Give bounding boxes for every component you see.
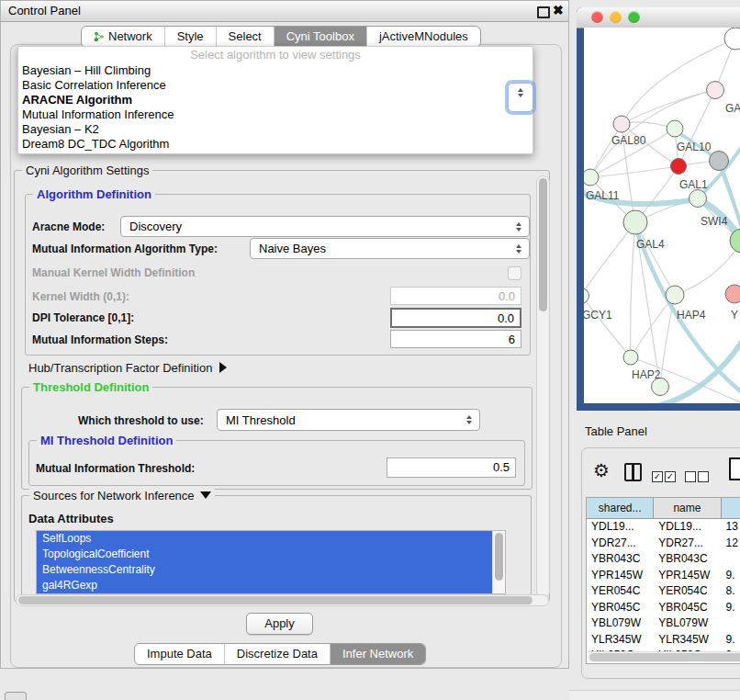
settings-vertical-scrollbar[interactable] bbox=[536, 175, 550, 598]
attribute-item-betweennesscentrality[interactable]: BetweennessCentrality bbox=[37, 562, 493, 578]
network-node-gal[interactable] bbox=[707, 82, 724, 99]
column-header-a[interactable]: A bbox=[722, 498, 740, 518]
table-row-ybr045c[interactable]: YBR045CYBR045C9. bbox=[587, 600, 740, 616]
manual-kernel-width-checkbox[interactable] bbox=[508, 266, 521, 280]
algorithm-option-bayesian-k2[interactable]: Bayesian – K2 bbox=[18, 122, 533, 137]
aracne-mode-value: Discovery bbox=[121, 220, 512, 233]
table-cell: YBR043C bbox=[587, 551, 654, 568]
network-node-y[interactable] bbox=[725, 285, 740, 303]
network-canvas[interactable]: GALGAL80GAL10GAL1GAL11SWI4GAL4GCY1HAP4YH… bbox=[584, 28, 740, 403]
network-node-gal4[interactable] bbox=[623, 210, 647, 234]
network-node-swi4[interactable] bbox=[690, 190, 707, 208]
algorithm-option-bayesian-hill-climbing[interactable]: Bayesian – Hill Climbing bbox=[18, 63, 533, 78]
sources-title-label: Sources for Network Inference bbox=[33, 489, 195, 502]
split-columns-icon[interactable] bbox=[624, 463, 642, 481]
node-label-swi4: SWI4 bbox=[701, 215, 728, 228]
table-cell: YBR045C bbox=[587, 600, 654, 616]
tab-infer-network[interactable]: Infer Network bbox=[330, 644, 425, 664]
attribute-item-gal4rgexp[interactable]: gal4RGexp bbox=[37, 578, 493, 593]
attributes-list-scrollbar[interactable] bbox=[492, 531, 505, 593]
zoom-traffic-light-icon[interactable] bbox=[628, 11, 640, 23]
network-node-gcy1[interactable] bbox=[584, 288, 589, 304]
close-traffic-light-icon[interactable] bbox=[591, 11, 603, 23]
settings-vertical-scrollbar-thumb[interactable] bbox=[539, 178, 547, 311]
table-cell: 9. bbox=[722, 568, 740, 584]
settings-horizontal-scrollbar[interactable] bbox=[16, 594, 549, 606]
tab-style[interactable]: Style bbox=[164, 27, 216, 47]
dpi-tolerance-field[interactable]: 0.0 bbox=[390, 308, 521, 328]
table-row-ylr345w[interactable]: YLR345WYLR345W9. bbox=[587, 632, 740, 649]
hub-tf-definition-expander[interactable]: Hub/Transcription Factor Definition bbox=[28, 361, 227, 375]
table-horizontal-scrollbar[interactable] bbox=[588, 651, 740, 662]
network-edges-teal bbox=[584, 130, 740, 403]
attribute-item-selfloops[interactable]: SelfLoops bbox=[37, 531, 493, 547]
algorithm-select-popup: Select algorithm to view settings Bayesi… bbox=[17, 46, 533, 154]
table-cell: YPR145W bbox=[654, 568, 721, 584]
table-cell bbox=[722, 551, 740, 568]
algorithm-option-dream8-dc-tdc-algorithm[interactable]: Dream8 DC_TDC Algorithm bbox=[18, 137, 533, 152]
kernel-width-field[interactable]: 0.0 bbox=[390, 287, 521, 305]
network-node-gal80[interactable] bbox=[613, 116, 630, 132]
aracne-mode-select[interactable]: Discovery bbox=[120, 216, 530, 237]
tab-jactivemnodules[interactable]: jActiveMNodules bbox=[366, 27, 480, 47]
mi-threshold-label: Mutual Information Threshold: bbox=[36, 462, 195, 475]
table-row-ypr145w[interactable]: YPR145WYPR145W9. bbox=[587, 568, 740, 584]
mi-threshold-field[interactable]: 0.5 bbox=[387, 457, 516, 478]
minimize-traffic-light-icon[interactable] bbox=[610, 11, 622, 23]
mi-algorithm-type-select[interactable]: Naive Bayes bbox=[250, 238, 530, 259]
dpi-tolerance-label: DPI Tolerance [0,1]: bbox=[32, 311, 134, 324]
new-table-icon[interactable] bbox=[729, 457, 740, 480]
attributes-list-scrollbar-thumb[interactable] bbox=[495, 533, 503, 581]
table-panel: ⚙ ✓ ✓ shared...nameA YDL19...YDL19...13Y… bbox=[581, 447, 740, 679]
mi-threshold-definition-title: MI Threshold Definition bbox=[37, 434, 176, 447]
algorithm-option-aracne-algorithm[interactable]: ARACNE Algorithm bbox=[18, 93, 533, 107]
network-node-hap4[interactable] bbox=[666, 286, 684, 304]
unchecked-box-icon[interactable] bbox=[685, 471, 696, 482]
node-label-gal: GAL bbox=[725, 102, 740, 115]
table-row-ydl19[interactable]: YDL19...YDL19...13 bbox=[587, 519, 740, 536]
kernel-width-label: Kernel Width (0,1): bbox=[32, 290, 129, 303]
table-row-ydr27[interactable]: YDR27...YDR27...12 bbox=[587, 536, 740, 552]
unchecked-box-icon[interactable] bbox=[698, 471, 709, 482]
table-row-ybr043c[interactable]: YBR043CYBR043C bbox=[587, 551, 740, 568]
network-node-gal10[interactable] bbox=[667, 120, 683, 137]
checked-box-icon[interactable]: ✓ bbox=[652, 471, 663, 482]
control-panel-titlebar[interactable]: Control Panel ✖ bbox=[1, 1, 568, 22]
column-header-shared[interactable]: shared... bbox=[587, 498, 654, 518]
gear-icon[interactable]: ⚙ bbox=[593, 459, 610, 481]
network-node[interactable] bbox=[710, 152, 729, 171]
data-attributes-list: SelfLoopsTopologicalCoefficientBetweenne… bbox=[36, 530, 506, 594]
tab-impute-data[interactable]: Impute Data bbox=[135, 644, 224, 664]
tab-cyni-toolbox[interactable]: Cyni Toolbox bbox=[274, 27, 366, 47]
spinner-arrows-icon bbox=[514, 88, 527, 97]
network-window-titlebar[interactable] bbox=[577, 7, 740, 28]
network-node-hap2[interactable] bbox=[623, 350, 638, 365]
tab-select[interactable]: Select bbox=[216, 27, 274, 47]
table-horizontal-scrollbar-thumb[interactable] bbox=[589, 653, 740, 661]
sources-title[interactable]: Sources for Network Inference bbox=[29, 489, 215, 502]
which-threshold-select[interactable]: MI Threshold bbox=[217, 409, 480, 431]
checked-box-icon[interactable]: ✓ bbox=[665, 471, 676, 482]
apply-button[interactable]: Apply bbox=[246, 613, 313, 635]
settings-horizontal-scrollbar-thumb[interactable] bbox=[18, 596, 533, 604]
table-row-ybl079w[interactable]: YBL079WYBL079W bbox=[587, 615, 740, 632]
algorithm-select-placeholder: Select algorithm to view settings bbox=[18, 47, 533, 63]
tab-discretize-data[interactable]: Discretize Data bbox=[224, 644, 330, 664]
algorithm-option-basic-correlation-inference[interactable]: Basic Correlation Inference bbox=[18, 78, 533, 93]
control-panel-window: Control Panel ✖ NetworkStyleSelectCyni T… bbox=[0, 0, 569, 669]
tab-network[interactable]: Network bbox=[82, 27, 164, 47]
column-header-name[interactable]: name bbox=[654, 498, 721, 518]
float-panel-icon[interactable] bbox=[537, 6, 550, 18]
network-node-gal1[interactable] bbox=[671, 159, 687, 175]
attribute-item-topologicalcoefficient[interactable]: TopologicalCoefficient bbox=[37, 547, 493, 562]
network-node[interactable] bbox=[724, 28, 740, 50]
spinner-arrows-icon bbox=[512, 244, 525, 254]
collapsed-panel-button[interactable] bbox=[5, 692, 27, 700]
close-panel-icon[interactable]: ✖ bbox=[553, 3, 564, 17]
algorithm-option-mutual-information-inference[interactable]: Mutual Information Inference bbox=[18, 107, 533, 122]
hidden-combobox-end[interactable] bbox=[508, 83, 533, 112]
mi-steps-field[interactable]: 6 bbox=[390, 330, 521, 348]
table-cell: YER054C bbox=[587, 583, 654, 600]
table-row-yer054c[interactable]: YER054CYER054C8. bbox=[587, 583, 740, 600]
network-node-gal11[interactable] bbox=[584, 169, 599, 186]
